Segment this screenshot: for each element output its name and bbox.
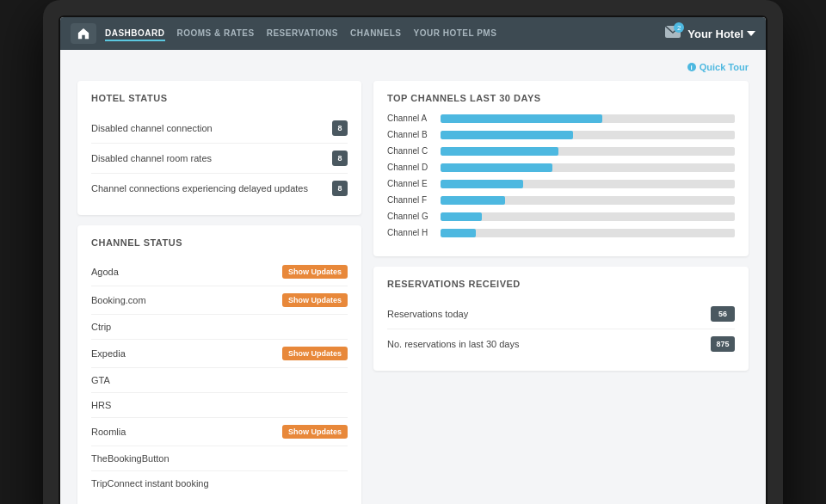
reservations-today-label: Reservations today — [387, 309, 468, 319]
hotel-status-badge-1: 8 — [332, 151, 348, 166]
channel-chart-label-2: Channel C — [387, 146, 441, 156]
channel-label-expedia: Expedia — [91, 348, 126, 359]
bar-track-0 — [441, 114, 735, 123]
reservations-30days-count: 875 — [711, 336, 735, 352]
bar-fill-6 — [441, 212, 482, 221]
reservations-30days-row: No. reservations in last 30 days 875 — [387, 329, 735, 359]
channel-row-booking: Booking.com Show Updates — [91, 286, 348, 315]
mail-icon-wrap[interactable]: 2 — [665, 26, 681, 41]
channel-chart-label-7: Channel H — [387, 228, 441, 237]
hotel-status-label-2: Channel connections experiencing delayed… — [91, 183, 308, 194]
top-channels-card: TOP CHANNELS LAST 30 DAYS Channel AChann… — [373, 81, 749, 256]
channel-row-hrs: HRS — [91, 393, 348, 418]
home-button[interactable] — [71, 23, 96, 44]
navbar-right: 2 Your Hotel — [665, 26, 755, 41]
bar-fill-1 — [441, 131, 573, 139]
channel-row-thebookingbutton: TheBookingButton — [91, 446, 348, 471]
channel-row-ctrip: Ctrip — [91, 315, 348, 340]
bar-fill-0 — [441, 114, 602, 123]
hotel-status-badge-2: 8 — [332, 181, 348, 196]
bar-track-2 — [441, 147, 735, 156]
bar-track-7 — [441, 229, 735, 237]
right-column: TOP CHANNELS LAST 30 DAYS Channel AChann… — [373, 81, 749, 504]
bar-fill-5 — [441, 196, 505, 205]
bar-track-6 — [441, 212, 735, 221]
channel-chart-row-7: Channel H — [387, 228, 735, 237]
nav-reservations[interactable]: RESERVATIONS — [267, 27, 338, 41]
bar-fill-3 — [441, 163, 552, 172]
hotel-name[interactable]: Your Hotel — [687, 28, 755, 40]
bar-fill-7 — [441, 229, 476, 237]
channel-chart-row-6: Channel G — [387, 212, 735, 221]
bar-track-4 — [441, 180, 735, 188]
channel-row-roomlia: Roomlia Show Updates — [91, 418, 348, 446]
bar-track-5 — [441, 196, 735, 205]
hotel-status-label-0: Disabled channel connection — [91, 123, 213, 133]
channel-chart-row-2: Channel C — [387, 146, 735, 156]
channel-chart-row-1: Channel B — [387, 130, 735, 139]
top-channels-title: TOP CHANNELS LAST 30 DAYS — [387, 93, 735, 103]
hotel-status-row-1: Disabled channel room rates 8 — [91, 144, 348, 174]
channel-row-tripconnect: TripConnect instant booking — [91, 471, 348, 495]
bar-track-1 — [441, 131, 735, 139]
hotel-status-badge-0: 8 — [332, 120, 348, 136]
channel-label-booking: Booking.com — [91, 295, 146, 305]
channel-chart-label-4: Channel E — [387, 179, 441, 188]
channel-chart-row-3: Channel D — [387, 163, 735, 172]
nav-links: DASHBOARD ROOMS & RATES RESERVATIONS CHA… — [105, 27, 665, 41]
hotel-status-label-1: Disabled channel room rates — [91, 153, 212, 163]
bar-track-3 — [441, 163, 735, 172]
show-updates-agoda[interactable]: Show Updates — [282, 265, 348, 279]
hotel-status-row-2: Channel connections experiencing delayed… — [91, 174, 348, 203]
nav-dashboard[interactable]: DASHBOARD — [105, 27, 165, 41]
channel-label-tripconnect: TripConnect instant booking — [91, 478, 209, 489]
channel-chart-row-5: Channel F — [387, 195, 735, 205]
channel-label-gta: GTA — [91, 375, 110, 385]
channel-chart-row-0: Channel A — [387, 114, 735, 123]
channels-chart: Channel AChannel BChannel CChannel DChan… — [387, 114, 735, 237]
channel-chart-label-3: Channel D — [387, 163, 441, 172]
channel-row-agoda: Agoda Show Updates — [91, 258, 348, 286]
quick-tour-bar: i Quick Tour — [77, 58, 749, 81]
channel-status-title: CHANNEL STATUS — [91, 237, 348, 248]
hotel-status-card: HOTEL STATUS Disabled channel connection… — [77, 81, 361, 215]
reservations-30days-label: No. reservations in last 30 days — [387, 339, 519, 349]
reservations-title: RESERVATIONS RECEIVED — [387, 279, 735, 289]
channel-chart-label-0: Channel A — [387, 114, 441, 123]
nav-hotel-pms[interactable]: YOUR HOTEL PMS — [414, 27, 497, 41]
channel-status-card: CHANNEL STATUS Agoda Show Updates Bookin… — [77, 225, 361, 504]
channel-row-gta: GTA — [91, 368, 348, 393]
channel-label-roomlia: Roomlia — [91, 427, 126, 437]
svg-text:i: i — [690, 64, 692, 71]
nav-rooms-rates[interactable]: ROOMS & RATES — [177, 27, 255, 41]
navbar: DASHBOARD ROOMS & RATES RESERVATIONS CHA… — [60, 17, 766, 50]
reservations-card: RESERVATIONS RECEIVED Reservations today… — [373, 267, 749, 371]
channel-chart-row-4: Channel E — [387, 179, 735, 188]
nav-channels[interactable]: CHANNELS — [350, 27, 402, 41]
quick-tour-button[interactable]: i Quick Tour — [687, 62, 749, 72]
channel-label-thebookingbutton: TheBookingButton — [91, 453, 170, 464]
show-updates-expedia[interactable]: Show Updates — [282, 347, 348, 360]
show-updates-roomlia[interactable]: Show Updates — [282, 425, 348, 439]
hotel-status-row-0: Disabled channel connection 8 — [91, 114, 348, 144]
channel-chart-label-1: Channel B — [387, 130, 441, 139]
channel-row-expedia: Expedia Show Updates — [91, 340, 348, 368]
reservations-today-count: 56 — [711, 306, 735, 322]
channel-chart-label-6: Channel G — [387, 212, 441, 221]
reservations-today-row: Reservations today 56 — [387, 299, 735, 329]
show-updates-booking[interactable]: Show Updates — [282, 293, 348, 307]
hotel-status-title: HOTEL STATUS — [91, 93, 348, 103]
left-column: HOTEL STATUS Disabled channel connection… — [77, 81, 361, 504]
channel-label-ctrip: Ctrip — [91, 322, 111, 332]
content-area: i Quick Tour HOTEL STATUS Disabled chann… — [60, 50, 766, 504]
channel-chart-label-5: Channel F — [387, 195, 441, 205]
bar-fill-2 — [441, 147, 558, 156]
mail-badge: 2 — [674, 22, 684, 33]
channel-label-hrs: HRS — [91, 400, 111, 410]
bar-fill-4 — [441, 180, 523, 188]
channel-label-agoda: Agoda — [91, 267, 119, 277]
